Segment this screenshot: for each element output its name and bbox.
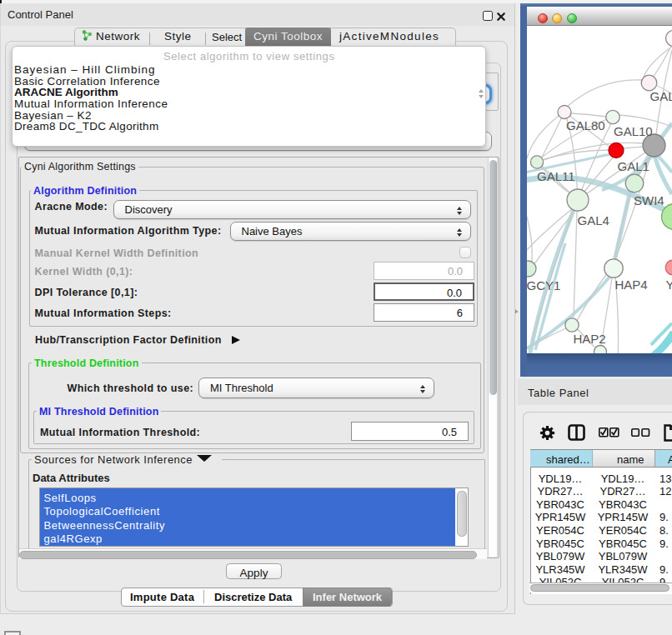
svg-text:GAL1: GAL1	[618, 159, 649, 173]
svg-text:GCY1: GCY1	[527, 278, 560, 292]
svg-text:GAL2: GAL2	[650, 89, 672, 103]
svg-text:GAL80: GAL80	[566, 118, 605, 132]
svg-text:HAP4: HAP4	[615, 278, 648, 292]
svg-text:GAL11: GAL11	[537, 169, 575, 183]
svg-text:HAP2: HAP2	[574, 332, 606, 346]
svg-text:GAL10: GAL10	[614, 124, 653, 138]
svg-text:Y: Y	[666, 278, 672, 292]
svg-text:GAL4: GAL4	[578, 213, 609, 228]
svg-text:SWI4: SWI4	[634, 193, 664, 208]
